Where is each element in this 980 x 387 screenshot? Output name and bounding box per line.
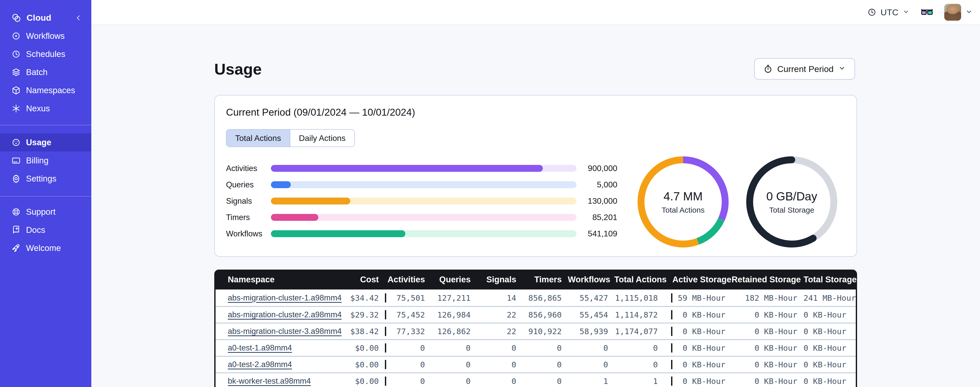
sidebar-item-schedules[interactable]: Schedules [0, 45, 91, 63]
cell-signals: 22 [477, 310, 522, 319]
usage-icon [11, 138, 21, 147]
account-chevron-down-icon [965, 8, 973, 17]
current-period-card: Current Period (09/01/2024 — 10/01/2024)… [214, 95, 857, 257]
timezone-selector[interactable]: UTC [867, 7, 910, 18]
tab-total-actions[interactable]: Total Actions [226, 130, 290, 147]
bar-track [271, 198, 576, 205]
tab-daily-actions[interactable]: Daily Actions [290, 130, 354, 147]
bar-track [271, 181, 576, 188]
batch-icon [11, 67, 21, 77]
cell-total-storage: 241 MB-Hour [803, 293, 856, 302]
bar-label: Queries [226, 180, 271, 189]
cell-total-actions: 1 [614, 377, 671, 386]
namespace-link[interactable]: bk-worker-test.a98mm4 [228, 377, 311, 385]
cell-total-storage: 0 KB-Hour [803, 310, 856, 319]
cell-timers: 856,960 [522, 310, 568, 319]
bar-fill [271, 230, 405, 237]
sidebar-item-batch[interactable]: Batch [0, 63, 91, 81]
sidebar-item-label: Billing [26, 156, 48, 165]
sidebar-item-usage[interactable]: Usage [0, 133, 91, 151]
cell-cost: $29.32 [319, 310, 385, 319]
period-selector-button[interactable]: Current Period [754, 58, 855, 80]
cell-queries: 126,862 [431, 327, 477, 336]
column-header-total-actions: Total Actions [614, 275, 671, 285]
table-row[interactable]: abs-migration-cluster-2.a98mm4$29.3275,4… [216, 306, 856, 323]
cell-timers: 910,922 [522, 327, 568, 336]
cell-queries: 0 [431, 343, 477, 353]
cell-signals: 22 [477, 327, 522, 336]
cell-retained-storage: 0 KB-Hour [732, 343, 803, 353]
cell-queries: 0 [431, 377, 477, 386]
sidebar: Cloud WorkflowsSchedulesBatchNamespacesN… [0, 0, 91, 387]
timezone-label: UTC [881, 7, 898, 18]
cell-active-storage: 0 KB-Hour [671, 377, 732, 386]
sidebar-item-docs[interactable]: Docs [0, 221, 91, 239]
card-title: Current Period (09/01/2024 — 10/01/2024) [226, 107, 415, 118]
sidebar-divider [0, 125, 91, 125]
bar-fill [271, 214, 318, 221]
column-header-retained-storage: Retained Storage [732, 275, 803, 285]
column-header-active-storage: Active Storage [671, 275, 732, 285]
cell-active-storage: 0 KB-Hour [671, 310, 732, 319]
cell-workflows: 0 [568, 343, 614, 353]
chevron-down-icon [902, 7, 910, 18]
cell-activities: 0 [385, 343, 431, 353]
cell-activities: 75,501 [385, 293, 431, 302]
cell-activities: 0 [385, 360, 431, 369]
sidebar-item-workflows[interactable]: Workflows [0, 27, 91, 45]
bar-row-signals: Signals130,000 [226, 198, 617, 205]
cell-namespace: abs-migration-cluster-2.a98mm4 [216, 310, 319, 319]
sidebar-item-nexus[interactable]: Nexus [0, 99, 91, 117]
avatar[interactable] [944, 4, 961, 21]
total-storage-label: Total Storage [769, 206, 815, 214]
sidebar-item-support[interactable]: Support [0, 203, 91, 221]
sidebar-item-settings[interactable]: Settings [0, 170, 91, 188]
cell-active-storage: 0 KB-Hour [671, 327, 732, 336]
sidebar-item-label: Welcome [26, 243, 61, 253]
cell-timers: 0 [522, 377, 568, 386]
namespace-link[interactable]: a0-test-1.a98mm4 [228, 343, 292, 352]
sidebar-item-namespaces[interactable]: Namespaces [0, 81, 91, 99]
table-row[interactable]: abs-migration-cluster-3.a98mm4$38.4277,3… [216, 323, 856, 339]
table-row[interactable]: a0-test-1.a98mm4$0.000000000 KB-Hour0 KB… [216, 339, 856, 356]
stopwatch-icon [764, 64, 773, 74]
cell-total-actions: 0 [614, 360, 671, 369]
collapse-sidebar-icon[interactable] [75, 14, 82, 22]
temporal-logo-icon [11, 13, 21, 23]
total-storage-donut: 0 GB/Day Total Storage [742, 152, 842, 252]
workflows-icon [11, 31, 21, 41]
cell-activities: 75,452 [385, 310, 431, 319]
sidebar-item-billing[interactable]: Billing [0, 151, 91, 170]
nexus-icon [11, 104, 21, 114]
bar-value: 5,000 [576, 180, 617, 189]
namespace-link[interactable]: a0-test-2.a98mm4 [228, 360, 292, 369]
sidebar-item-welcome[interactable]: Welcome [0, 239, 91, 257]
cell-workflows: 55,454 [568, 310, 614, 319]
brand-label: Cloud [27, 13, 51, 23]
bar-track [271, 230, 576, 237]
cell-retained-storage: 0 KB-Hour [732, 310, 803, 319]
cell-signals: 0 [477, 377, 522, 386]
table-row[interactable]: abs-migration-cluster-1.a98mm4$34.4275,5… [216, 289, 856, 306]
bar-value: 541,109 [576, 229, 617, 238]
cell-active-storage: 59 MB-Hour [671, 293, 732, 302]
period-selector-label: Current Period [777, 64, 834, 74]
sidebar-item-label: Namespaces [26, 86, 75, 95]
sidebar-item-label: Docs [26, 225, 45, 235]
cell-timers: 0 [522, 360, 568, 369]
namespace-usage-table: NamespaceCostActivitiesQueriesSignalsTim… [214, 270, 857, 387]
table-row[interactable]: a0-test-2.a98mm4$0.000000000 KB-Hour0 KB… [216, 356, 856, 373]
bar-row-activities: Activities900,000 [226, 165, 617, 172]
bar-label: Activities [226, 164, 271, 173]
3d-glasses-icon[interactable] [920, 7, 934, 17]
cell-activities: 0 [385, 377, 431, 386]
brand-cloud[interactable]: Cloud [0, 9, 91, 27]
sidebar-item-label: Usage [26, 138, 51, 147]
account-menu[interactable] [944, 4, 973, 21]
column-header-queries: Queries [431, 275, 477, 285]
sidebar-divider [0, 196, 91, 197]
table-header-row: NamespaceCostActivitiesQueriesSignalsTim… [214, 270, 857, 289]
table-row[interactable]: bk-worker-test.a98mm4$0.000000110 KB-Hou… [216, 373, 856, 387]
column-header-timers: Timers [522, 275, 568, 285]
bar-fill [271, 181, 291, 188]
